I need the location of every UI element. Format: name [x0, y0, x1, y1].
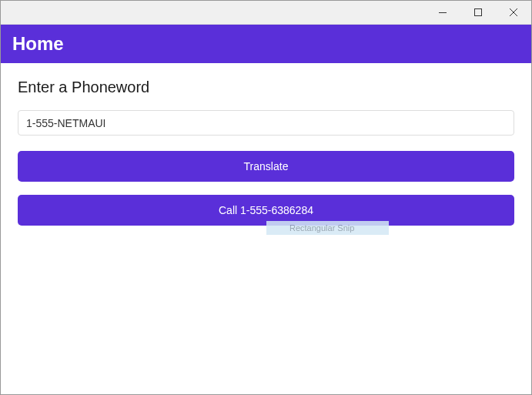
page-title: Home — [12, 33, 64, 55]
snip-tool-overlay: Rectangular Snip — [266, 221, 389, 235]
maximize-button[interactable] — [460, 1, 496, 25]
maximize-icon — [474, 8, 482, 16]
phoneword-input[interactable] — [18, 110, 514, 136]
close-button[interactable] — [496, 1, 531, 25]
minimize-button[interactable] — [425, 1, 460, 25]
prompt-label: Enter a Phoneword — [18, 79, 514, 96]
translate-button[interactable]: Translate — [18, 151, 514, 182]
minimize-icon — [439, 12, 447, 13]
window-titlebar — [1, 1, 531, 25]
app-header: Home — [1, 25, 531, 63]
close-icon — [510, 8, 517, 16]
